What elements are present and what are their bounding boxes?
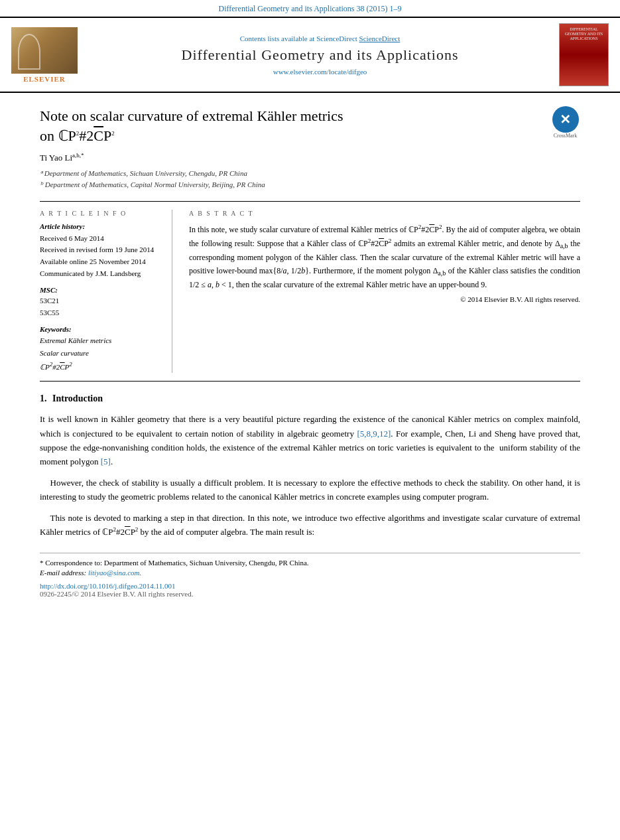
msc-code-2: 53C55 (40, 307, 162, 319)
journal-header: ELSEVIER Contents lists available at Sci… (0, 18, 620, 93)
author-name: Ti Yao Li (40, 153, 72, 163)
elsevier-image (11, 27, 78, 74)
doi-link[interactable]: http://dx.doi.org/10.1016/j.difgeo.2014.… (40, 582, 580, 590)
intro-para2: However, the check of stability is usual… (40, 476, 580, 504)
keywords-label: Keywords: (40, 325, 162, 333)
publisher-logo-area: ELSEVIER (8, 27, 81, 83)
rights-text: 0926-2245/© 2014 Elsevier B.V. All right… (40, 590, 580, 598)
msc-label: MSC: (40, 286, 162, 294)
keyword-1: Extremal Kähler metrics (40, 334, 162, 347)
history-entries: Received 6 May 2014 Received in revised … (40, 233, 162, 279)
journal-center: Contents lists available at ScienceDirec… (88, 35, 552, 76)
journal-cover (559, 23, 612, 86)
keyword-3: ℂP2#2CP2 (40, 360, 162, 373)
elsevier-logo: ELSEVIER (8, 27, 81, 83)
elsevier-label: ELSEVIER (23, 75, 66, 83)
abstract-col: A B S T R A C T In this note, we study s… (189, 210, 580, 373)
intro-para1: It is well known in Kähler geometry that… (40, 412, 580, 469)
ref-link-1[interactable]: [5,8,9,12] (357, 429, 391, 439)
msc-code-1: 53C21 (40, 295, 162, 307)
article-info-header: A R T I C L E I N F O (40, 210, 162, 217)
affiliation-a: ᵃ Department of Mathematics, Sichuan Uni… (40, 168, 580, 180)
keyword-2: Scalar curvature (40, 347, 162, 360)
footnotes: * Correspondence to: Department of Mathe… (40, 553, 580, 598)
main-content: Note on scalar curvature of extremal Käh… (0, 93, 620, 611)
msc-section: MSC: 53C21 53C55 (40, 286, 162, 318)
sciencedirect-text[interactable]: ScienceDirect (359, 35, 401, 42)
intro-para3: This note is devoted to marking a step i… (40, 511, 580, 539)
article-title: Note on scalar curvature of extremal Käh… (40, 106, 550, 145)
article-history-label: Article history: (40, 222, 162, 230)
ref-link-2[interactable]: [5] (101, 456, 111, 466)
abstract-text: In this note, we study scalar curvature … (189, 222, 580, 291)
section-1-title: 1. Introduction (40, 393, 580, 404)
journal-citation: Differential Geometry and its Applicatio… (0, 0, 620, 18)
journal-url[interactable]: www.elsevier.com/locate/difgeo (88, 68, 552, 76)
affiliations: ᵃ Department of Mathematics, Sichuan Uni… (40, 168, 580, 191)
author-affil-sup: a,b,* (72, 152, 84, 159)
article-title-section: Note on scalar curvature of extremal Käh… (40, 106, 580, 145)
journal-cover-image (559, 23, 609, 86)
available-date: Available online 25 November 2014 (40, 256, 162, 268)
crossmark-widget[interactable]: ✕ CrossMark (550, 106, 580, 139)
received-date: Received 6 May 2014 (40, 233, 162, 245)
keywords-section: Keywords: Extremal Kähler metrics Scalar… (40, 325, 162, 373)
article-info-col: A R T I C L E I N F O Article history: R… (40, 210, 172, 373)
crossmark-icon: ✕ (552, 106, 579, 133)
email-link[interactable]: litiyao@sina.com. (88, 569, 141, 577)
sciencedirect-link[interactable]: Contents lists available at ScienceDirec… (88, 35, 552, 42)
keywords-list: Extremal Kähler metrics Scalar curvature… (40, 334, 162, 373)
footnote-star: * Correspondence to: Department of Mathe… (40, 559, 580, 567)
received-revised-date: Received in revised form 19 June 2014 (40, 244, 162, 256)
footnote-email: E-mail address: litiyao@sina.com. (40, 569, 580, 577)
copyright-text: © 2014 Elsevier B.V. All rights reserved… (189, 295, 580, 303)
abstract-header: A B S T R A C T (189, 210, 580, 217)
article-info-abstract: A R T I C L E I N F O Article history: R… (40, 201, 580, 382)
msc-codes: 53C21 53C55 (40, 295, 162, 318)
communicated-by: Communicated by J.M. Landsberg (40, 268, 162, 280)
author-line: Ti Yao Lia,b,* (40, 152, 580, 163)
journal-title: Differential Geometry and its Applicatio… (88, 46, 552, 64)
affiliation-b: ᵇ Department of Mathematics, Capital Nor… (40, 179, 580, 191)
